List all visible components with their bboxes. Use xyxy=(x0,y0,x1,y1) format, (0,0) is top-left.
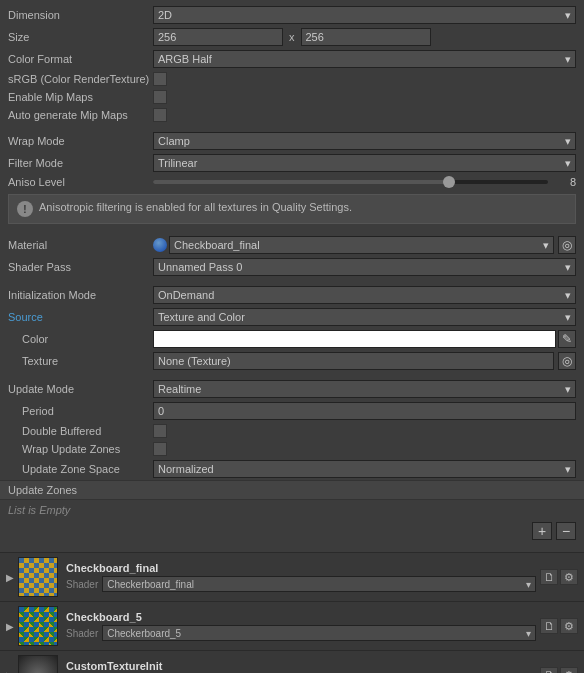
asset-icons-1: 🗋 ⚙ xyxy=(540,618,578,634)
asset-name-0: Checkboard_final xyxy=(66,562,536,574)
update-mode-dropdown[interactable]: Realtime ▾ xyxy=(153,380,576,398)
asset-item-0[interactable]: ▶ Checkboard_final Shader Checkerboard_f… xyxy=(0,553,584,602)
source-arrow: ▾ xyxy=(565,311,571,324)
wrap-update-zones-checkbox[interactable] xyxy=(153,442,167,456)
double-buffered-checkbox[interactable] xyxy=(153,424,167,438)
aniso-slider-thumb[interactable] xyxy=(443,176,455,188)
enable-mip-maps-label: Enable Mip Maps xyxy=(8,91,153,103)
period-row: Period xyxy=(0,400,584,422)
size-label: Size xyxy=(8,31,153,43)
asset-page-btn-2[interactable]: 🗋 xyxy=(540,667,558,673)
aniso-level-row: Aniso Level 8 xyxy=(0,174,584,190)
add-zone-btn[interactable]: + xyxy=(532,522,552,540)
srgb-label: sRGB (Color RenderTexture) xyxy=(8,73,153,85)
aniso-slider-fill xyxy=(153,180,449,184)
dimension-dropdown[interactable]: 2D ▾ xyxy=(153,6,576,24)
asset-name-2: CustomTextureInit xyxy=(66,660,536,672)
period-input[interactable] xyxy=(153,402,576,420)
material-row: Material Checkboard_final ▾ ◎ xyxy=(0,234,584,256)
auto-mip-maps-label: Auto generate Mip Maps xyxy=(8,109,153,121)
asset-thumb-1 xyxy=(18,606,58,646)
asset-shader-text-1: Checkerboard_5 xyxy=(107,628,181,639)
source-dropdown[interactable]: Texture and Color ▾ xyxy=(153,308,576,326)
source-label[interactable]: Source xyxy=(8,311,153,323)
dimension-value[interactable]: 2D ▾ xyxy=(153,6,576,24)
enable-mip-maps-row: Enable Mip Maps xyxy=(0,88,584,106)
auto-mip-maps-checkbox[interactable] xyxy=(153,108,167,122)
target-icon: ◎ xyxy=(562,238,572,252)
asset-gear-btn-2[interactable]: ⚙ xyxy=(560,667,578,673)
color-format-row: Color Format ARGB Half ▾ xyxy=(0,48,584,70)
color-field[interactable] xyxy=(153,330,556,348)
remove-zone-btn[interactable]: − xyxy=(556,522,576,540)
color-format-dropdown[interactable]: ARGB Half ▾ xyxy=(153,50,576,68)
size-row: Size x xyxy=(0,26,584,48)
size-height-input[interactable] xyxy=(301,28,431,46)
filter-mode-dropdown[interactable]: Trilinear ▾ xyxy=(153,154,576,172)
double-buffered-label: Double Buffered xyxy=(8,425,153,437)
info-text: Anisotropic filtering is enabled for all… xyxy=(39,201,352,213)
update-zone-space-dropdown[interactable]: Normalized ▾ xyxy=(153,460,576,478)
asset-shader-row-1: Shader Checkerboard_5 ▾ xyxy=(66,625,536,641)
color-format-label: Color Format xyxy=(8,53,153,65)
asset-info-0: Checkboard_final Shader Checkerboard_fin… xyxy=(66,562,536,592)
dimension-dropdown-text: 2D xyxy=(158,9,172,21)
material-label: Material xyxy=(8,239,153,251)
dimension-label: Dimension xyxy=(8,9,153,21)
eyedropper-btn[interactable]: ✎ xyxy=(558,330,576,348)
material-dropdown[interactable]: Checkboard_final ▾ xyxy=(169,236,554,254)
material-text: Checkboard_final xyxy=(174,239,260,251)
eyedropper-icon: ✎ xyxy=(562,332,572,346)
asset-shader-text-0: Checkerboard_final xyxy=(107,579,194,590)
texture-target-btn[interactable]: ◎ xyxy=(558,352,576,370)
shader-pass-dropdown[interactable]: Unnamed Pass 0 ▾ xyxy=(153,258,576,276)
play-icon-2: ▶ xyxy=(6,670,14,674)
asset-shader-dropdown-0[interactable]: Checkerboard_final ▾ xyxy=(102,576,536,592)
init-mode-dropdown[interactable]: OnDemand ▾ xyxy=(153,286,576,304)
properties-panel: Dimension 2D ▾ Size x Color Format ARGB … xyxy=(0,0,584,546)
play-icon-0: ▶ xyxy=(6,572,14,583)
texture-row: Texture None (Texture) ◎ xyxy=(0,350,584,372)
play-icon-1: ▶ xyxy=(6,621,14,632)
init-mode-label: Initialization Mode xyxy=(8,289,153,301)
size-width-input[interactable] xyxy=(153,28,283,46)
asset-shader-row-0: Shader Checkerboard_final ▾ xyxy=(66,576,536,592)
update-zone-space-label: Update Zone Space xyxy=(8,463,153,475)
wrap-mode-arrow: ▾ xyxy=(565,135,571,148)
wrap-mode-text: Clamp xyxy=(158,135,190,147)
source-row: Source Texture and Color ▾ xyxy=(0,306,584,328)
material-arrow: ▾ xyxy=(543,239,549,252)
zones-empty-text: List is Empty xyxy=(0,500,584,520)
asset-info-2: CustomTextureInit Shader CustomTexture/C… xyxy=(66,660,536,673)
material-sphere-icon xyxy=(153,238,167,252)
asset-icons-2: 🗋 ⚙ xyxy=(540,667,578,673)
asset-item-2[interactable]: ▶ CustomTextureInit Shader CustomTexture… xyxy=(0,651,584,673)
asset-gear-btn-0[interactable]: ⚙ xyxy=(560,569,578,585)
source-text: Texture and Color xyxy=(158,311,245,323)
info-box: ! Anisotropic filtering is enabled for a… xyxy=(8,194,576,224)
init-mode-arrow: ▾ xyxy=(565,289,571,302)
srgb-checkbox[interactable] xyxy=(153,72,167,86)
update-mode-arrow: ▾ xyxy=(565,383,571,396)
wrap-mode-dropdown[interactable]: Clamp ▾ xyxy=(153,132,576,150)
dimension-row: Dimension 2D ▾ xyxy=(0,4,584,26)
asset-shader-dropdown-1[interactable]: Checkerboard_5 ▾ xyxy=(102,625,536,641)
asset-list: ▶ Checkboard_final Shader Checkerboard_f… xyxy=(0,552,584,673)
shader-pass-row: Shader Pass Unnamed Pass 0 ▾ xyxy=(0,256,584,278)
texture-dropdown[interactable]: None (Texture) xyxy=(153,352,554,370)
asset-page-btn-0[interactable]: 🗋 xyxy=(540,569,558,585)
update-zone-space-arrow: ▾ xyxy=(565,463,571,476)
enable-mip-maps-checkbox[interactable] xyxy=(153,90,167,104)
dimension-dropdown-arrow: ▾ xyxy=(565,9,571,22)
asset-page-btn-1[interactable]: 🗋 xyxy=(540,618,558,634)
texture-text: None (Texture) xyxy=(158,355,231,367)
asset-gear-btn-1[interactable]: ⚙ xyxy=(560,618,578,634)
color-row: Color ✎ xyxy=(0,328,584,350)
asset-item-1[interactable]: ▶ Checkboard_5 Shader Checkerboard_5 ▾ 🗋… xyxy=(0,602,584,651)
material-target-btn[interactable]: ◎ xyxy=(558,236,576,254)
asset-shader-arrow-0: ▾ xyxy=(526,579,531,590)
aniso-slider-track[interactable] xyxy=(153,180,548,184)
asset-info-1: Checkboard_5 Shader Checkerboard_5 ▾ xyxy=(66,611,536,641)
wrap-mode-label: Wrap Mode xyxy=(8,135,153,147)
zones-buttons: + − xyxy=(0,520,584,542)
